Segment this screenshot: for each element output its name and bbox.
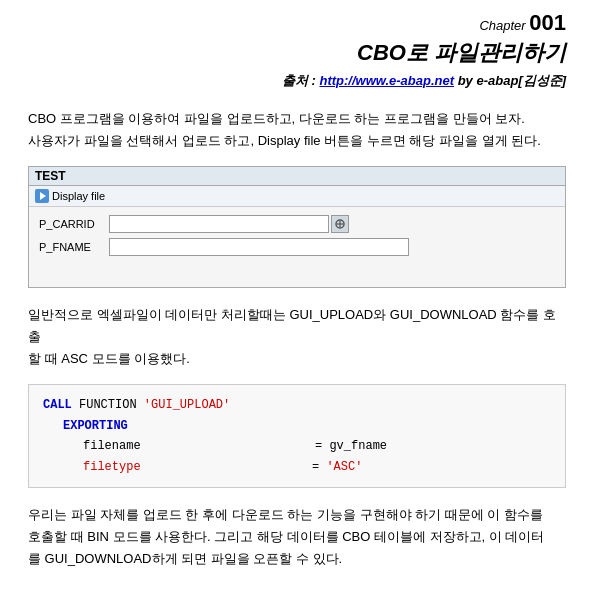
footer-para3: 를 GUI_DOWNLOAD하게 되면 파일을 오픈할 수 있다.	[28, 551, 342, 566]
footer-para1: 우리는 파일 자체를 업로드 한 후에 다운로드 하는 기능을 구현해야 하기 …	[28, 507, 543, 522]
code-function-keyword: FUNCTION	[79, 398, 144, 412]
field-label-carrid: P_CARRID	[39, 218, 109, 230]
source-line: 출처 : http://www.e-abap.net by e-abap[김성준…	[28, 72, 566, 90]
code-filename-key: filename	[83, 439, 141, 453]
svg-marker-0	[40, 192, 46, 200]
middle-para1: 일반적으로 엑셀파일이 데이터만 처리할때는 GUI_UPLOAD와 GUI_D…	[28, 307, 556, 344]
chapter-text: Chapter	[479, 18, 525, 33]
code-filetype-val: 'ASC'	[326, 460, 362, 474]
field-row-carrid: P_CARRID	[39, 215, 555, 233]
code-filename-eq: =	[315, 439, 329, 453]
code-block: CALL FUNCTION 'GUI_UPLOAD' EXPORTING fil…	[28, 384, 566, 488]
code-function-name: 'GUI_UPLOAD'	[144, 398, 230, 412]
code-filename-val: gv_fname	[329, 439, 387, 453]
sap-toolbar: Display file	[29, 186, 565, 207]
field-row-fname: P_FNAME	[39, 238, 555, 256]
display-file-icon	[35, 189, 49, 203]
display-file-label: Display file	[52, 190, 105, 202]
code-filename-line: filename = gv_fname	[83, 436, 551, 456]
intro-para2: 사용자가 파일을 선택해서 업로드 하고, Display file 버튼을 누…	[28, 133, 541, 148]
page-title: CBO로 파일관리하기	[28, 38, 566, 68]
code-exporting-keyword: EXPORTING	[63, 416, 551, 436]
display-file-button[interactable]: Display file	[35, 189, 105, 203]
code-filetype-eq: =	[312, 460, 326, 474]
sap-content-area: P_CARRID P_FNAME	[29, 207, 565, 287]
code-filetype-key: filetype	[83, 460, 141, 474]
source-link[interactable]: http://www.e-abap.net	[319, 73, 454, 88]
source-prefix: 출처 :	[282, 73, 320, 88]
sap-screen-mockup: TEST Display file P_CARRID P_FNAME	[28, 166, 566, 288]
middle-para2: 할 때 ASC 모드를 이용했다.	[28, 351, 190, 366]
field-btn-carrid[interactable]	[331, 215, 349, 233]
intro-paragraph: CBO 프로그램을 이용하여 파일을 업로드하고, 다운로드 하는 프로그램을 …	[28, 108, 566, 152]
code-call-keyword: CALL	[43, 398, 72, 412]
middle-paragraph: 일반적으로 엑셀파일이 데이터만 처리할때는 GUI_UPLOAD와 GUI_D…	[28, 304, 566, 370]
footer-para2: 호출할 때 BIN 모드를 사용한다. 그리고 해당 데이터를 CBO 테이블에…	[28, 529, 544, 544]
chapter-number: 001	[529, 10, 566, 35]
chapter-label: Chapter 001	[28, 10, 566, 36]
sap-title-bar: TEST	[29, 167, 565, 186]
intro-para1: CBO 프로그램을 이용하여 파일을 업로드하고, 다운로드 하는 프로그램을 …	[28, 111, 525, 126]
code-filetype-line: filetype = 'ASC'	[83, 457, 551, 477]
footer-paragraph: 우리는 파일 자체를 업로드 한 후에 다운로드 하는 기능을 구현해야 하기 …	[28, 504, 566, 570]
source-suffix: by e-abap[김성준]	[454, 73, 566, 88]
field-input-carrid[interactable]	[109, 215, 329, 233]
field-label-fname: P_FNAME	[39, 241, 109, 253]
field-input-fname[interactable]	[109, 238, 409, 256]
